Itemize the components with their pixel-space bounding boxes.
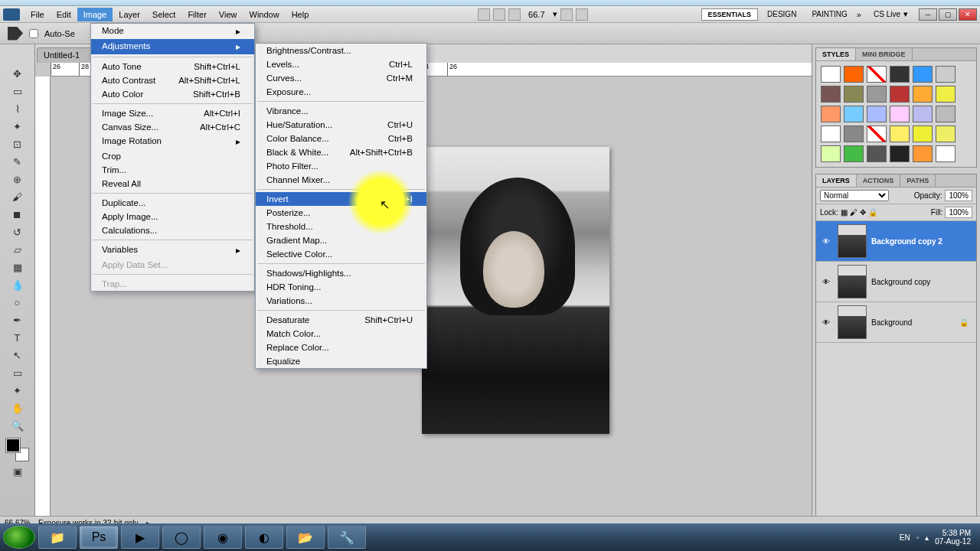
style-swatch[interactable] (890, 66, 910, 83)
eyedropper-tool[interactable]: ✎ (10, 154, 25, 169)
tray-up-icon[interactable]: ▴ (925, 533, 929, 542)
path-tool[interactable]: ↖ (10, 347, 25, 363)
wand-tool[interactable]: ✦ (10, 119, 25, 134)
stamp-tool[interactable]: ⏹ (10, 207, 25, 222)
lasso-tool[interactable]: ⌇ (10, 101, 25, 116)
lock-trans-icon[interactable]: ▦ (841, 208, 848, 217)
style-swatch[interactable] (936, 86, 956, 103)
menuitem-invert[interactable]: InvertCtrl+I (256, 192, 426, 206)
style-swatch[interactable] (844, 106, 864, 122)
zoom-tool[interactable]: 🔍 (10, 418, 25, 433)
image-menu[interactable]: ModeAdjustmentsAuto ToneShift+Ctrl+LAuto… (90, 23, 255, 292)
tab-actions[interactable]: ACTIONS (857, 174, 901, 187)
history-brush-tool[interactable]: ↺ (10, 224, 25, 240)
menuitem-levels[interactable]: Levels...Ctrl+L (256, 57, 426, 71)
menuitem-trim[interactable]: Trim... (91, 163, 254, 177)
cslive-button[interactable]: CS Live (874, 10, 900, 18)
fill-value[interactable]: 100% (945, 207, 972, 218)
taskbar-chrome[interactable]: ◯ (162, 526, 201, 549)
menu-edit[interactable]: Edit (51, 8, 77, 21)
menuitem-selectivecolor[interactable]: Selective Color... (256, 247, 426, 261)
taskbar-app2[interactable]: ◐ (245, 526, 283, 549)
canvas-document[interactable] (422, 147, 609, 434)
autoselect-checkbox[interactable] (29, 29, 38, 38)
menuitem-autocontrast[interactable]: Auto ContrastAlt+Shift+Ctrl+L (91, 73, 254, 87)
lock-paint-icon[interactable]: 🖌 (850, 208, 858, 217)
visibility-icon[interactable]: 👁 (819, 237, 833, 246)
tab-minibridge[interactable]: MINI BRIDGE (856, 48, 913, 60)
menu-layer[interactable]: Layer (113, 8, 146, 21)
visibility-icon[interactable]: 👁 (819, 318, 833, 327)
chevron-right-icon[interactable]: » (857, 10, 861, 19)
menuitem-imagesize[interactable]: Image Size...Alt+Ctrl+I (91, 106, 254, 120)
tray-clock[interactable]: 5:38 PM 07-Aug-12 (935, 529, 971, 546)
menuitem-canvassize[interactable]: Canvas Size...Alt+Ctrl+C (91, 120, 254, 134)
taskbar-explorer[interactable]: 📁 (38, 526, 77, 549)
pen-tool[interactable]: ✒ (10, 312, 25, 328)
style-swatch[interactable] (890, 86, 910, 103)
menuitem-mode[interactable]: Mode (91, 24, 254, 39)
tray-lang[interactable]: EN (900, 533, 910, 542)
menuitem-brightnesscontrast[interactable]: Brightness/Contrast... (256, 44, 426, 57)
menuitem-huesaturation[interactable]: Hue/Saturation...Ctrl+U (256, 118, 426, 132)
menu-select[interactable]: Select (146, 8, 182, 21)
minimize-button[interactable]: ─ (919, 8, 937, 21)
taskbar-photoshop[interactable]: Ps (80, 526, 118, 549)
style-swatch[interactable] (844, 86, 864, 103)
quickmask-icon[interactable]: ▣ (10, 464, 25, 479)
style-swatch[interactable] (890, 145, 910, 162)
style-swatch[interactable] (913, 66, 933, 83)
viewmode-icon[interactable] (508, 8, 521, 21)
menu-view[interactable]: View (213, 8, 243, 21)
menuitem-autotone[interactable]: Auto ToneShift+Ctrl+L (91, 60, 254, 73)
lock-pos-icon[interactable]: ✥ (860, 208, 866, 217)
style-swatch[interactable] (890, 106, 910, 122)
style-swatch[interactable] (844, 66, 864, 83)
style-swatch[interactable] (821, 126, 841, 142)
menuitem-channelmixer[interactable]: Channel Mixer... (256, 173, 426, 187)
menu-filter[interactable]: Filter (181, 8, 212, 21)
layer-row[interactable]: 👁Background copy 2 (816, 221, 976, 262)
layer-row[interactable]: 👁Background🔒 (816, 302, 976, 343)
style-swatch[interactable] (821, 86, 841, 103)
maximize-button[interactable]: ▢ (939, 8, 957, 21)
style-swatch[interactable] (844, 145, 864, 162)
menuitem-variations[interactable]: Variations... (256, 294, 426, 308)
menu-window[interactable]: Window (243, 8, 286, 21)
screenmode-icon[interactable] (576, 8, 588, 21)
menuitem-duplicate[interactable]: Duplicate... (91, 196, 254, 210)
menuitem-posterize[interactable]: Posterize... (256, 206, 426, 220)
menuitem-adjustments[interactable]: Adjustments (91, 39, 254, 54)
hand-tool[interactable]: ✋ (10, 400, 25, 416)
tab-layers[interactable]: LAYERS (816, 174, 857, 187)
tab-paths[interactable]: PATHS (900, 174, 936, 187)
menu-file[interactable]: File (24, 8, 51, 21)
style-swatch[interactable] (867, 106, 887, 122)
zoom-level[interactable]: 66.7 (524, 10, 549, 19)
style-swatch[interactable] (936, 145, 956, 162)
menuitem-equalize[interactable]: Equalize (256, 354, 426, 368)
menuitem-autocolor[interactable]: Auto ColorShift+Ctrl+B (91, 87, 254, 101)
taskbar-app4[interactable]: 🔧 (328, 526, 366, 549)
layer-row[interactable]: 👁Background copy (816, 262, 976, 302)
menuitem-imagerotation[interactable]: Image Rotation (91, 134, 254, 149)
menu-help[interactable]: Help (286, 8, 315, 21)
style-swatch[interactable] (844, 126, 864, 142)
marquee-tool[interactable]: ▭ (10, 83, 25, 99)
style-swatch[interactable] (913, 126, 933, 142)
style-swatch[interactable] (936, 66, 956, 83)
menuitem-blackwhite[interactable]: Black & White...Alt+Shift+Ctrl+B (256, 145, 426, 159)
style-swatch[interactable] (867, 86, 887, 103)
menuitem-hdrtoning[interactable]: HDR Toning... (256, 280, 426, 294)
menuitem-photofilter[interactable]: Photo Filter... (256, 159, 426, 173)
shape-tool[interactable]: ▭ (10, 365, 25, 380)
crop-tool[interactable]: ⊡ (10, 136, 25, 152)
move-tool[interactable]: ✥ (10, 66, 25, 81)
menuitem-shadowshighlights[interactable]: Shadows/Highlights... (256, 266, 426, 280)
menuitem-colorbalance[interactable]: Color Balance...Ctrl+B (256, 132, 426, 145)
blend-mode-select[interactable]: Normal (820, 190, 889, 201)
menuitem-gradientmap[interactable]: Gradient Map... (256, 233, 426, 247)
gradient-tool[interactable]: ▦ (10, 259, 25, 275)
style-swatch[interactable] (913, 145, 933, 162)
adjustments-submenu[interactable]: Brightness/Contrast...Levels...Ctrl+LCur… (255, 43, 427, 369)
